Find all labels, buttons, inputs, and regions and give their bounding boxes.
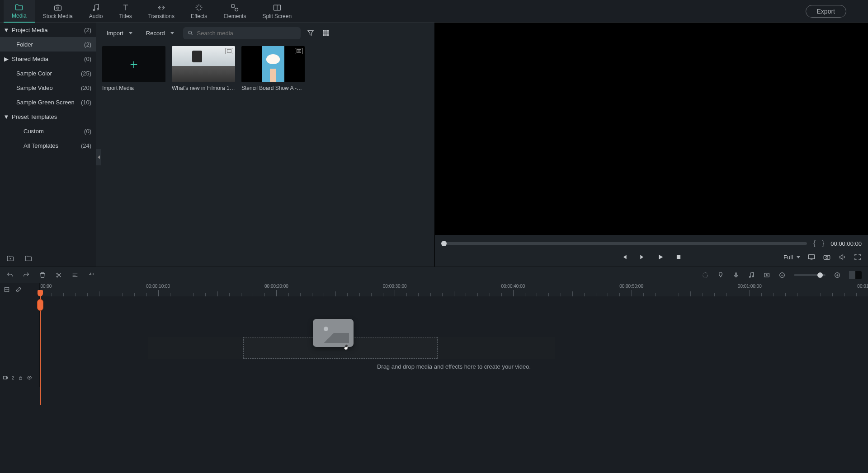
chevron-down-icon: ▼ xyxy=(4,114,9,119)
zoom-slider[interactable] xyxy=(794,274,826,276)
tab-elements[interactable]: Elements xyxy=(215,0,254,23)
playhead-knob[interactable] xyxy=(37,299,43,311)
voiceover-icon[interactable] xyxy=(732,272,740,279)
folder-icon[interactable] xyxy=(24,254,33,262)
next-frame-button[interactable] xyxy=(637,252,647,262)
audio-edit-icon[interactable] xyxy=(88,272,95,279)
tab-label: Audio xyxy=(89,13,103,19)
grid-view-icon[interactable] xyxy=(321,28,331,38)
collapse-sidebar-handle[interactable] xyxy=(96,149,101,165)
sidebar-item-sample-color[interactable]: Sample Color (25) xyxy=(0,66,96,80)
ruler-timecode: 00:00:00:00 xyxy=(40,284,52,289)
record-dropdown[interactable]: Record xyxy=(142,27,179,39)
eye-icon[interactable] xyxy=(27,375,32,380)
tab-transitions[interactable]: Transitions xyxy=(140,0,183,23)
import-label: Import xyxy=(107,30,123,37)
sidebar-label: Custom xyxy=(24,128,44,135)
svg-rect-9 xyxy=(325,30,326,32)
sidebar-label: Sample Color xyxy=(16,70,52,77)
timeline-canvas[interactable]: Drag and drop media and effects here to … xyxy=(40,296,868,387)
timeline-ruler[interactable]: 00:00:00:0000:00:10:0000:00:20:0000:00:3… xyxy=(40,283,868,296)
quality-selector[interactable]: Full xyxy=(783,254,800,261)
track-header-2[interactable]: 2 xyxy=(0,369,39,387)
sidebar-label: Sample Video xyxy=(16,84,53,91)
sidebar-label: Sample Green Screen xyxy=(16,99,75,106)
marker-icon[interactable] xyxy=(717,272,724,279)
import-media-tile[interactable]: ＋ Import Media xyxy=(102,46,165,91)
media-clip-2[interactable]: Stencil Board Show A -N… xyxy=(241,46,305,91)
tab-split-screen[interactable]: Split Screen xyxy=(254,0,300,23)
svg-rect-0 xyxy=(54,5,61,10)
svg-rect-34 xyxy=(4,376,7,379)
sidebar-item-sample-green-screen[interactable]: Sample Green Screen (10) xyxy=(0,95,96,109)
svg-rect-12 xyxy=(325,33,326,34)
ruler-timecode: 00:00:40:00 xyxy=(501,284,525,289)
edit-icon[interactable] xyxy=(71,272,79,279)
sidebar-count: (0) xyxy=(84,56,91,62)
zoom-thumb[interactable] xyxy=(817,272,823,278)
sidebar-item-folder[interactable]: Folder (2) xyxy=(0,37,96,52)
track-options-icon[interactable] xyxy=(4,286,10,293)
delete-icon[interactable] xyxy=(39,272,46,279)
lock-icon[interactable] xyxy=(18,375,23,380)
mark-in-icon[interactable]: { xyxy=(813,239,816,248)
zoom-in-icon[interactable] xyxy=(834,272,841,279)
tab-media[interactable]: Media xyxy=(4,0,35,23)
fullscreen-icon[interactable] xyxy=(854,253,862,261)
tab-titles[interactable]: Titles xyxy=(111,0,140,23)
svg-rect-21 xyxy=(824,255,830,259)
scrub-track[interactable] xyxy=(441,242,807,245)
tab-audio[interactable]: Audio xyxy=(81,0,111,23)
search-box[interactable] xyxy=(183,27,301,39)
snapshot-icon[interactable] xyxy=(823,253,831,261)
tab-stock-media[interactable]: Stock Media xyxy=(35,0,81,23)
display-icon[interactable] xyxy=(807,253,816,261)
sidebar-item-project-media[interactable]: ▼Project Media (2) xyxy=(0,23,96,37)
playhead[interactable] xyxy=(40,296,41,405)
render-icon[interactable] xyxy=(702,272,709,279)
keyframe-icon[interactable] xyxy=(763,272,770,279)
ruler-timecode: 00:00:20:00 xyxy=(264,284,288,289)
svg-point-23 xyxy=(57,273,58,274)
chevron-down-icon xyxy=(170,32,174,34)
folder-icon xyxy=(14,3,24,12)
volume-icon[interactable] xyxy=(838,253,846,261)
preview-canvas[interactable] xyxy=(435,23,868,235)
svg-rect-16 xyxy=(327,34,329,36)
sidebar-item-preset-templates[interactable]: ▼Preset Templates xyxy=(0,109,96,124)
tab-effects[interactable]: Effects xyxy=(183,0,215,23)
undo-icon[interactable] xyxy=(6,272,14,279)
link-icon[interactable] xyxy=(15,286,22,293)
export-button[interactable]: Export xyxy=(806,5,846,18)
sidebar-label: All Templates xyxy=(24,142,58,149)
preview-timecode: 00:00:00:00 xyxy=(830,240,862,247)
scrub-handle[interactable] xyxy=(441,241,447,246)
redo-icon[interactable] xyxy=(23,272,30,279)
thumb-label: What's new in Filmora 11… xyxy=(172,85,235,91)
prev-frame-button[interactable] xyxy=(619,252,629,262)
sidebar-item-sample-video[interactable]: Sample Video (20) xyxy=(0,80,96,95)
search-input[interactable] xyxy=(197,30,296,37)
zoom-out-icon[interactable] xyxy=(778,272,786,279)
sidebar-item-shared-media[interactable]: ▶Shared Media (0) xyxy=(0,52,96,66)
mixer-icon[interactable] xyxy=(748,272,755,279)
play-button[interactable] xyxy=(656,252,665,262)
import-dropdown[interactable]: Import xyxy=(102,27,137,39)
new-folder-icon[interactable] xyxy=(6,254,14,262)
svg-rect-15 xyxy=(325,34,326,36)
filter-icon[interactable] xyxy=(305,28,316,38)
stop-button[interactable] xyxy=(674,252,684,262)
sidebar-label: Project Media xyxy=(12,27,47,33)
sidebar-item-custom[interactable]: Custom (0) xyxy=(0,124,96,138)
split-icon[interactable] xyxy=(55,272,62,279)
svg-point-22 xyxy=(826,257,828,259)
mark-out-icon[interactable]: } xyxy=(822,239,824,248)
timeline: 00:00:00:0000:00:10:0000:00:20:0000:00:3… xyxy=(0,283,868,387)
sidebar-item-all-templates[interactable]: All Templates (24) xyxy=(0,138,96,153)
ruler-timecode: 00:00:10:00 xyxy=(146,284,170,289)
music-note-icon xyxy=(91,3,100,12)
view-toggle[interactable] xyxy=(849,271,862,279)
media-clip-1[interactable]: What's new in Filmora 11… xyxy=(172,46,235,91)
sidebar-label: Preset Templates xyxy=(12,113,57,120)
tab-label: Elements xyxy=(223,13,246,19)
